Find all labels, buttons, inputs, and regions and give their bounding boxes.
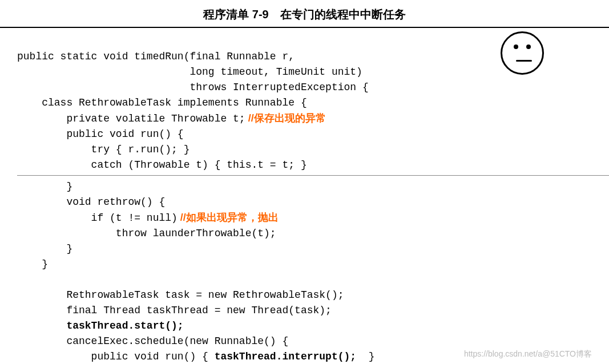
- code-line: taskThread.start();: [17, 320, 184, 331]
- comment-if-exception: //如果出现异常，抛出: [178, 212, 279, 223]
- code-line: void rethrow() {: [17, 196, 165, 208]
- watermark-text: https://blog.csdn.net/a@51CTO博客: [464, 349, 592, 359]
- code-line: if (t != null) //如果出现异常，抛出: [17, 212, 279, 224]
- code-line: public void run() {: [17, 128, 184, 140]
- code-text: }: [356, 351, 374, 362]
- code-line: RethrowableTask task = new RethrowableTa…: [17, 289, 344, 301]
- code-line: long timeout, TimeUnit unit): [17, 66, 362, 78]
- code-line: }: [17, 181, 72, 192]
- code-line: }: [17, 243, 72, 254]
- comment-save-exception: //保存出现的异常: [245, 112, 326, 124]
- code-text: if (t != null): [17, 212, 178, 224]
- code-line: try { r.run(); }: [17, 144, 189, 155]
- code-line: throw launderThrowable(t);: [17, 228, 276, 239]
- code-line: public static void timedRun(final Runnab…: [17, 51, 295, 62]
- code-text: private volatile Throwable t;: [17, 113, 245, 124]
- code-block: public static void timedRun(final Runnab…: [0, 28, 609, 364]
- code-line: final Thread taskThread = new Thread(tas…: [17, 305, 332, 316]
- code-line: private volatile Throwable t; //保存出现的异常: [17, 113, 326, 124]
- code-line: catch (Throwable t) { this.t = t; }: [17, 159, 307, 171]
- code-line: class RethrowableTask implements Runnabl…: [17, 97, 307, 108]
- listing-title: 程序清单 7-9 在专门的线程中中断任务: [0, 0, 609, 28]
- code-text: public void run() {: [17, 351, 215, 362]
- code-line: cancelExec.schedule(new Runnable() {: [17, 335, 288, 347]
- code-text: taskThread.interrupt();: [215, 351, 356, 362]
- code-line: throws InterruptedException {: [17, 82, 369, 93]
- code-line: public void run() { taskThread.interrupt…: [17, 351, 375, 362]
- code-line: }: [17, 258, 48, 270]
